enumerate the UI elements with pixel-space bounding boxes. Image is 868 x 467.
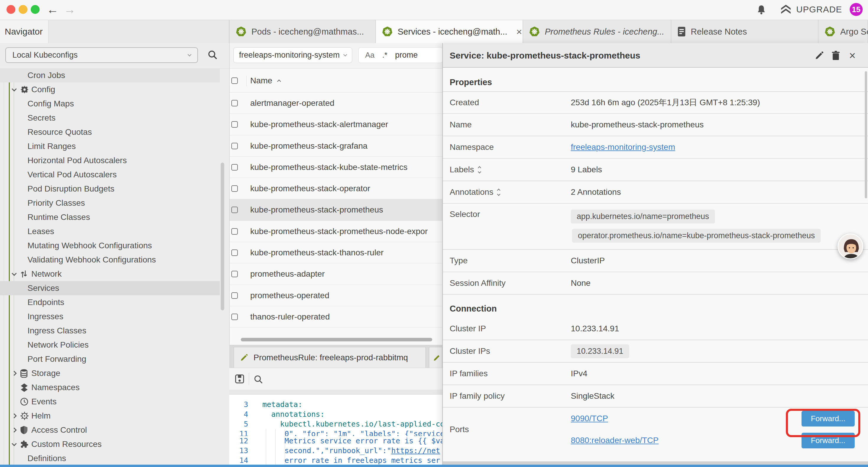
tab-pods[interactable]: Pods - icecheng@mathmas... [229, 20, 376, 43]
row-checkbox[interactable] [231, 143, 238, 149]
expand-toggle-icon[interactable] [478, 167, 481, 173]
yaml-editor[interactable]: 3metadata:4annotations:5kubectl.kubernet… [229, 395, 442, 465]
sidebar-item-ingresses[interactable]: Ingresses [0, 310, 220, 324]
line-text: error rate in freeleaps metrics ser [253, 456, 440, 465]
sidebar-item-horizontal-pod-autoscalers[interactable]: Horizontal Pod Autoscalers [0, 153, 220, 168]
row-checkbox[interactable] [231, 228, 238, 235]
table-row-prometheus-operated[interactable]: prometheus-operated [229, 285, 442, 306]
trash-icon[interactable] [831, 50, 841, 61]
forward-icon[interactable]: → [64, 3, 75, 16]
table-horizontal-scrollbar[interactable] [241, 338, 432, 341]
row-checkbox[interactable] [231, 250, 238, 256]
sidebar-item-priority-classes[interactable]: Priority Classes [0, 196, 220, 210]
avatar[interactable] [838, 233, 863, 259]
expand-toggle-icon[interactable] [498, 189, 500, 195]
edit-pencil-icon[interactable] [814, 50, 825, 61]
table-row-thanos-ruler-operated[interactable]: thanos-ruler-operated [229, 306, 442, 327]
sidebar-item-endpoints[interactable]: Endpoints [0, 295, 220, 310]
kubeconfig-select[interactable]: Local Kubeconfigs [5, 47, 198, 63]
row-checkbox[interactable] [231, 292, 238, 299]
sidebar-item-definitions[interactable]: Definitions [0, 451, 220, 465]
sidebar-item-events[interactable]: Events [0, 395, 220, 409]
sidebar-item-namespaces[interactable]: Namespaces [0, 380, 220, 395]
sidebar-item-access-control[interactable]: Access Control [0, 423, 220, 437]
sidebar-item-ingress-classes[interactable]: Ingress Classes [0, 324, 220, 338]
sidebar-item-limit-ranges[interactable]: Limit Ranges [0, 139, 220, 153]
sidebar-item-label: Access Control [31, 425, 87, 435]
detail-row-ip-family-policy: IP family policySingleStack [443, 385, 868, 408]
helm-icon [20, 411, 31, 420]
regex-toggle[interactable]: .* [382, 51, 387, 60]
back-icon[interactable]: ← [47, 3, 59, 16]
close-icon[interactable]: × [847, 50, 858, 61]
sidebar-item-pod-disruption-budgets[interactable]: Pod Disruption Budgets [0, 182, 220, 196]
namespace-select[interactable]: freeleaps-monitoring-system [234, 47, 352, 63]
table-row-kube-prometheus-stack-grafana[interactable]: kube-prometheus-stack-grafana [229, 135, 442, 157]
window-minimize-button[interactable] [19, 5, 28, 14]
table-row-kube-prometheus-stack-kube-state-metrics[interactable]: kube-prometheus-stack-kube-state-metrics [229, 157, 442, 178]
sidebar-item-services[interactable]: Services [0, 281, 220, 295]
save-icon[interactable] [235, 374, 245, 384]
notifications-bell-icon[interactable] [757, 5, 766, 14]
sidebar-item-vertical-pod-autoscalers[interactable]: Vertical Pod Autoscalers [0, 168, 220, 182]
sidebar-item-network-policies[interactable]: Network Policies [0, 338, 220, 352]
row-checkbox[interactable] [231, 314, 238, 320]
table-row-kube-prometheus-stack-prometheus[interactable]: kube-prometheus-stack-prometheus [229, 199, 442, 221]
sidebar-item-config[interactable]: Config [0, 83, 220, 97]
row-checkbox[interactable] [231, 185, 238, 192]
column-header-name[interactable]: Name [250, 68, 280, 92]
sidebar-item-storage[interactable]: Storage [0, 366, 220, 380]
sidebar-item-runtime-classes[interactable]: Runtime Classes [0, 210, 220, 224]
table-row-kube-prometheus-stack-alertmanager[interactable]: kube-prometheus-stack-alertmanager [229, 114, 442, 135]
tab-argo-se[interactable]: Argo Se [818, 20, 868, 43]
notification-count-badge[interactable]: 15 [850, 3, 863, 16]
sidebar-item-custom-resources[interactable]: Custom Resources [0, 437, 220, 451]
sidebar-item-leases[interactable]: Leases [0, 224, 220, 238]
dock-tab-prometheusrule[interactable]: PrometheusRule: freeleaps-prod-rabbitmq [234, 347, 426, 368]
sidebar-item-network[interactable]: Network [0, 267, 220, 281]
row-checkbox[interactable] [231, 100, 238, 107]
detail-vertical-scrollbar[interactable] [865, 71, 867, 198]
detail-row-value: freeleaps-monitoring-system [571, 143, 868, 152]
row-checkbox[interactable] [231, 164, 238, 171]
window-maximize-button[interactable] [31, 5, 39, 14]
detail-horizontal-scrollbar[interactable] [443, 461, 868, 465]
sidebar-item-cron-jobs[interactable]: Cron Jobs [0, 68, 220, 83]
tab-close-icon[interactable]: × [516, 27, 522, 36]
table-search-input[interactable]: Aa .* prome [359, 47, 442, 63]
sidebar-item-config-maps[interactable]: Config Maps [0, 97, 220, 111]
tab-release-notes[interactable]: Release Notes [671, 20, 818, 43]
sidebar-search-icon[interactable] [208, 50, 217, 60]
sidebar-item-resource-quotas[interactable]: Resource Quotas [0, 125, 220, 139]
sidebar-item-label: Vertical Pod Autoscalers [28, 170, 117, 179]
port-link-9090-tcp[interactable]: 9090/TCP [571, 414, 608, 423]
select-all-checkbox[interactable] [231, 78, 238, 84]
tab-services[interactable]: Services - icecheng@math...× [376, 20, 523, 43]
sidebar-item-helm[interactable]: Helm [0, 409, 220, 423]
table-row-kube-prometheus-stack-prometheus-node-expor[interactable]: kube-prometheus-stack-prometheus-node-ex… [229, 221, 442, 242]
tab-label: Release Notes [691, 27, 747, 37]
sidebar-item-mutating-webhook-configurations[interactable]: Mutating Webhook Configurations [0, 238, 220, 253]
table-row-kube-prometheus-stack-thanos-ruler[interactable]: kube-prometheus-stack-thanos-ruler [229, 242, 442, 263]
editor-link[interactable]: https://net [391, 446, 440, 455]
editor-search-icon[interactable] [253, 375, 263, 384]
sidebar-item-validating-webhook-configurations[interactable]: Validating Webhook Configurations [0, 253, 220, 267]
row-checkbox[interactable] [231, 207, 238, 213]
sidebar-item-secrets[interactable]: Secrets [0, 111, 220, 125]
row-checkbox[interactable] [231, 271, 238, 277]
sidebar-scrollbar[interactable] [221, 163, 224, 310]
tab-prometheus-rules[interactable]: Prometheus Rules - icecheng... [523, 20, 671, 43]
port-link-8080-reloader-web-tcp[interactable]: 8080:reloader-web/TCP [571, 436, 658, 445]
chevron-right-icon [12, 413, 17, 418]
window-close-button[interactable] [6, 5, 16, 14]
table-row-prometheus-adapter[interactable]: prometheus-adapter [229, 263, 442, 285]
sidebar-item-port-forwarding[interactable]: Port Forwarding [0, 352, 220, 366]
table-row-alertmanager-operated[interactable]: alertmanager-operated [229, 92, 442, 114]
row-checkbox[interactable] [231, 121, 238, 128]
namespace-link[interactable]: freeleaps-monitoring-system [571, 143, 675, 152]
dock-tab-partial[interactable] [429, 347, 442, 368]
table-row-kube-prometheus-stack-operator[interactable]: kube-prometheus-stack-operator [229, 178, 442, 199]
detail-row-value: SingleStack [571, 391, 868, 401]
upgrade-button[interactable]: UPGRADE [780, 4, 842, 15]
case-sensitive-toggle[interactable]: Aa [365, 51, 375, 60]
